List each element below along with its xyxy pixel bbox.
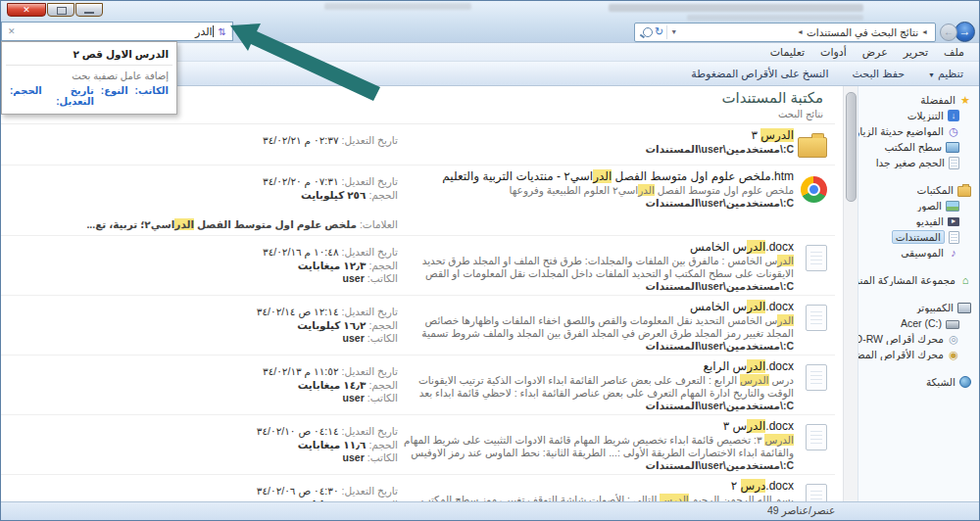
breadcrumb-location[interactable]: نتائج البحث في المستندات <box>807 26 918 38</box>
metadata-line: الحجم:١٢٫٣ ميغابايت <box>251 260 398 273</box>
scrollbar-thumb[interactable] <box>846 92 857 202</box>
background-window-ghost <box>687 15 863 21</box>
file-snippet: الدرس الخامس التحديد نقل المعلومات والقص… <box>398 314 794 340</box>
navigation-pane: المفضلةالتنزيلاتالمواضيع حديثة الزيارةسط… <box>858 86 979 507</box>
metadata-line: تاريخ التعديل:٠٤:٣٠ ص ٣٤/٠٢/٠٦ <box>251 485 398 498</box>
back-button[interactable] <box>955 22 975 42</box>
metadata-value: ٠٧:٣١ م ٣٤/٠٢/٢٠ <box>263 175 339 187</box>
text-segment: س الرابع <box>704 359 748 373</box>
menu-item-أدوات[interactable]: أدوات <box>813 46 854 59</box>
result-row[interactable]: .docxالدرس الخامسالدرس الخامس : مالفرق ب… <box>1 240 835 296</box>
sidebar-item-network[interactable]: الشبكة <box>858 374 979 390</box>
vertical-scrollbar[interactable] <box>843 86 858 507</box>
sidebar-item-label: المفضلة <box>920 94 956 106</box>
search-suggestion[interactable]: الدرس الاول قص ٢ <box>2 45 176 64</box>
sidebar-item-computer[interactable]: الكمبيوتر <box>858 300 979 315</box>
metadata-label: تاريخ التعديل: <box>342 306 398 317</box>
metadata-value: user <box>343 451 365 463</box>
file-path: C:\مستخدمين\user\المستندات <box>398 143 794 156</box>
sidebar-item-hdd[interactable]: Acer (C:) <box>858 315 979 331</box>
metadata-value: ١٦٫٢ كيلوبايت <box>297 319 366 331</box>
metadata-line: الكاتب:user <box>251 332 398 346</box>
sidebar-item-recent[interactable]: المواضيع حديثة الزيارة <box>858 123 979 139</box>
result-row[interactable]: .docxالدرس ٣الدرس ٣: تخصيص قائمة ابداء ت… <box>1 419 835 475</box>
metadata-value: ١١٫٦ ميغابايت <box>298 439 367 450</box>
menu-item-تعليمات[interactable]: تعليمات <box>763 46 811 59</box>
text-segment: ملخص علوم اول متوسط الفصل <box>655 184 794 196</box>
text-segment: س الخامس <box>690 240 747 254</box>
search-input[interactable] <box>22 24 213 39</box>
tags-label: العلامات: <box>357 218 398 230</box>
sidebar-item-homegroup[interactable]: مجموعة المشاركة المنزلية <box>858 272 979 288</box>
sidebar-item-searchdoc[interactable]: الحجم صغير جدا <box>858 155 979 170</box>
sidebar-item-cd[interactable]: محرك الأقراص المضغوطة <box>858 347 979 362</box>
minimize-button[interactable] <box>75 3 103 17</box>
sidebar-item-desktop[interactable]: سطح المكتب <box>858 139 979 155</box>
maximize-button[interactable] <box>47 3 74 17</box>
search-filter-link[interactable]: تاريخ التعديل: <box>49 85 94 107</box>
searchdoc-icon <box>949 157 959 169</box>
libraries-icon <box>957 186 971 197</box>
search-filter-link[interactable]: الحجم: <box>10 85 42 107</box>
sidebar-group: الكمبيوترAcer (C:)محرك أقراص DVD-RWمحرك … <box>858 300 979 362</box>
toolbar-button[interactable]: تنظيم▼ <box>918 66 973 82</box>
result-text: .docxالدرس الرابعدرس الدرس الرابع : التع… <box>398 359 794 412</box>
toolbar-button[interactable]: النسخ على الأقراص المضغوطة <box>681 66 838 82</box>
word-document-icon <box>806 305 827 331</box>
result-row[interactable]: .htmملخص علوم اول متوسط الفصل الدراسي٢ -… <box>1 169 835 236</box>
metadata-label: تاريخ التعديل: <box>342 246 398 258</box>
refresh-icon[interactable]: ↻ <box>655 25 663 38</box>
menu-item-تحرير[interactable]: تحرير <box>897 46 935 59</box>
result-row[interactable]: .docxالدرس الرابعدرس الدرس الرابع : التع… <box>1 359 835 415</box>
text-segment: اسي٢ - منتديات التربية والتعليم <box>442 169 593 183</box>
menu-item-عرض[interactable]: عرض <box>856 46 895 59</box>
file-extension: .docx <box>765 419 794 433</box>
toolbar-button[interactable]: حفظ البحث <box>843 66 915 82</box>
status-bar: 49 عنصر/عناصر <box>1 501 979 520</box>
folder-icon <box>798 133 827 158</box>
search-filter-link[interactable]: الكاتب: <box>135 85 169 107</box>
search-highlight: الدر <box>747 419 765 433</box>
downloads-icon <box>948 110 959 121</box>
file-title: .docxدرس ٢ <box>398 479 794 494</box>
sidebar-item-label: الشبكة <box>926 376 956 388</box>
text-segment: س الخامس التحديد نقل المعلومات والقص وال… <box>421 314 794 340</box>
breadcrumb[interactable]: ◄ نتائج البحث في المستندات ◄ ▼ ↻ <box>634 23 936 42</box>
result-text: .docxالدرس ٣الدرس ٣: تخصيص قائمة ابداء ت… <box>398 419 794 472</box>
forward-button[interactable] <box>940 24 957 41</box>
sidebar-item-music[interactable]: الموسيقى <box>858 245 979 260</box>
sidebar-item-label: المستندات <box>892 230 945 244</box>
clear-search-icon[interactable]: ✕ <box>2 26 22 36</box>
sidebar-item-documents[interactable]: المستندات <box>858 229 979 245</box>
close-button[interactable] <box>7 3 46 17</box>
result-text: الدرس ٣C:\مستخدمين\user\المستندات <box>398 128 794 156</box>
window-controls <box>7 3 103 17</box>
sidebar-item-star[interactable]: المفضلة <box>858 92 979 108</box>
result-row[interactable]: الدرس ٣C:\مستخدمين\user\المستنداتتاريخ ا… <box>1 128 835 166</box>
search-highlight: الدر <box>747 300 765 313</box>
search-filter-link[interactable]: النوع: <box>101 85 128 107</box>
search-box: ✕ ⇅ <box>1 22 233 41</box>
sidebar-item-libraries[interactable]: المكتبات <box>858 182 979 198</box>
search-highlight: الدر <box>747 240 765 254</box>
search-highlight: الدرس <box>740 374 769 386</box>
menu-item-ملف[interactable]: ملف <box>937 46 971 59</box>
file-title: .docxالدرس الرابع <box>398 359 794 374</box>
metadata-value: ٢٥٦ كيلوبايت <box>301 189 366 201</box>
sidebar-item-downloads[interactable]: التنزيلات <box>858 108 979 123</box>
text-segment: س الخامس : مالفرق بين الملفات والمجلدات:… <box>409 255 794 280</box>
search-highlight: الدر <box>777 255 794 266</box>
address-dropdown-icon[interactable]: ▼ <box>670 28 677 35</box>
metadata-label: تاريخ التعديل: <box>342 365 398 377</box>
file-metadata: تاريخ التعديل:٠٢:٣٧ م ٣٤/٠٢/٢١ <box>251 134 398 148</box>
sidebar-item-video[interactable]: الفيديو <box>858 213 979 229</box>
sidebar-item-pictures[interactable]: الصور <box>858 198 979 213</box>
result-row[interactable]: .docxالدرس الخامسالدرس الخامس التحديد نق… <box>1 300 835 355</box>
library-title: مكتبة المستندات <box>721 89 823 107</box>
metadata-line: تاريخ التعديل:٠٤:١٤ ص ٣٤/٠٢/١٠ <box>251 425 398 439</box>
sidebar-item-label: سطح المكتب <box>884 141 942 153</box>
sidebar-item-dvd[interactable]: محرك أقراص DVD-RW <box>858 331 979 347</box>
metadata-label: الحجم: <box>368 439 398 450</box>
metadata-line: تاريخ التعديل:٠٢:٣٧ م ٣٤/٠٢/٢١ <box>251 134 398 148</box>
search-go-icon[interactable]: ⇅ <box>214 26 232 37</box>
